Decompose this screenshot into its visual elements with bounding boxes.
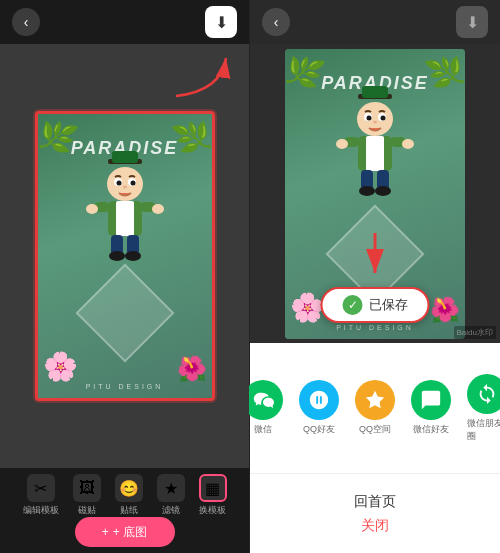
svg-point-31	[336, 139, 348, 149]
close-button[interactable]: 关闭	[361, 517, 389, 535]
pitu-label: PITU DESIGN	[86, 383, 164, 390]
svg-point-32	[402, 139, 414, 149]
right-canvas-area: 🌿 🌿 PARADISE	[250, 44, 500, 343]
right-top-bar: ‹ ⬇	[250, 0, 500, 44]
flower-left: 🌸	[43, 350, 78, 383]
wechat-moments-icon	[467, 374, 500, 414]
left-poster-card: 🌿 🌿 PARADISE	[35, 111, 215, 401]
add-label: + 底图	[113, 524, 147, 541]
arrow-to-download	[161, 46, 241, 101]
left-canvas-area: 🌿 🌿 PARADISE	[0, 44, 249, 468]
tool-edit-label: 编辑模板	[23, 504, 59, 517]
left-back-button[interactable]: ‹	[12, 8, 40, 36]
qq-zone-label: QQ空间	[359, 423, 391, 436]
share-wechat-moments[interactable]: 微信朋友圈	[467, 374, 500, 443]
svg-point-25	[381, 115, 386, 120]
tool-icons-row: ✂ 编辑模板 🖼 磁贴 😊 贴纸 ★ 滤镜 ▦ 换模板	[23, 474, 227, 517]
template-icon: ▦	[199, 474, 227, 502]
right-download-button[interactable]: ⬇	[456, 6, 488, 38]
add-icon: +	[102, 525, 109, 539]
share-qq-zone[interactable]: QQ空间	[355, 380, 395, 436]
saved-check-icon: ✓	[343, 295, 363, 315]
tool-change-template[interactable]: ▦ 换模板	[199, 474, 227, 517]
right-character-svg	[330, 84, 420, 204]
qq-friend-label: QQ好友	[303, 423, 335, 436]
svg-point-36	[375, 186, 391, 196]
svg-point-14	[152, 204, 164, 214]
share-area: 微信 QQ好友 QQ空间 微信好友	[250, 343, 500, 473]
flower-right: 🌺	[177, 355, 207, 383]
svg-point-13	[86, 204, 98, 214]
qq-zone-icon	[355, 380, 395, 420]
tool-stickers-label: 贴纸	[120, 504, 138, 517]
home-button[interactable]: 回首页	[354, 493, 396, 511]
svg-point-17	[109, 251, 125, 261]
tool-tiles[interactable]: 🖼 磁贴	[73, 474, 101, 517]
share-wechat-friend[interactable]: 微信好友	[411, 380, 451, 436]
svg-rect-10	[116, 201, 134, 236]
watermark: Baidu水印	[454, 326, 496, 339]
svg-point-24	[367, 115, 372, 120]
saved-badge: ✓ 已保存	[321, 287, 430, 323]
tool-stickers[interactable]: 😊 贴纸	[115, 474, 143, 517]
left-panel: ‹ ⬇ 🌿 🌿 PARADISE	[0, 0, 250, 553]
sticker-icon: 😊	[115, 474, 143, 502]
filter-icon: ★	[157, 474, 185, 502]
svg-point-8	[123, 186, 127, 189]
bottom-actions: 回首页 关闭	[250, 473, 500, 553]
tool-edit-template[interactable]: ✂ 编辑模板	[23, 474, 59, 517]
svg-point-7	[130, 181, 135, 186]
tool-filter[interactable]: ★ 滤镜	[157, 474, 185, 517]
tool-change-label: 换模板	[199, 504, 226, 517]
wechat-label: 微信	[254, 423, 272, 436]
left-bottom-toolbar: ✂ 编辑模板 🖼 磁贴 😊 贴纸 ★ 滤镜 ▦ 换模板 + + 底图	[0, 468, 249, 553]
character-svg	[80, 149, 170, 269]
tool-tiles-label: 磁贴	[78, 504, 96, 517]
svg-rect-20	[362, 86, 388, 98]
svg-point-18	[125, 251, 141, 261]
svg-point-6	[116, 181, 121, 186]
right-panel: ‹ ⬇ 🌿 🌿 PARADISE	[250, 0, 500, 553]
tool-filter-label: 滤镜	[162, 504, 180, 517]
wechat-friend-icon	[411, 380, 451, 420]
right-flower-right: 🌺	[430, 296, 460, 324]
share-qq-friend[interactable]: QQ好友	[299, 380, 339, 436]
wechat-icon	[243, 380, 283, 420]
saved-text: 已保存	[369, 296, 408, 314]
svg-rect-28	[366, 136, 384, 171]
wechat-moments-label: 微信朋友圈	[467, 417, 500, 443]
right-pitu-label: PITU DESIGN	[336, 324, 414, 331]
svg-point-35	[359, 186, 375, 196]
share-icons-row: 微信 QQ好友 QQ空间 微信好友	[243, 374, 500, 443]
right-back-button[interactable]: ‹	[262, 8, 290, 36]
add-background-button[interactable]: + + 底图	[75, 517, 175, 547]
wechat-friend-label: 微信好友	[413, 423, 449, 436]
svg-point-26	[373, 120, 377, 123]
svg-rect-2	[112, 151, 138, 163]
scissors-icon: ✂	[27, 474, 55, 502]
share-wechat[interactable]: 微信	[243, 380, 283, 436]
left-top-bar: ‹ ⬇	[0, 0, 249, 44]
qq-friend-icon	[299, 380, 339, 420]
tile-icon: 🖼	[73, 474, 101, 502]
left-download-button[interactable]: ⬇	[205, 6, 237, 38]
